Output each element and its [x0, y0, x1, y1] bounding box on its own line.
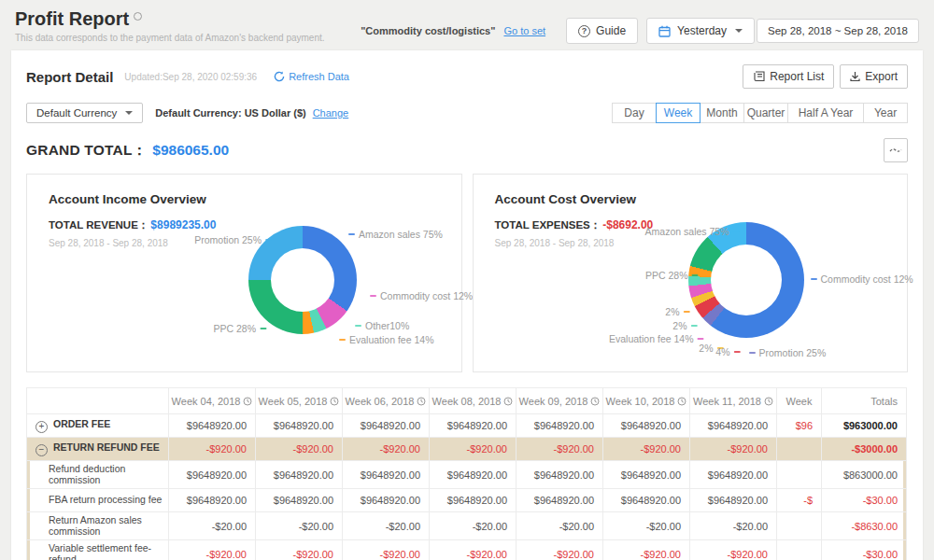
- report-list-icon: [753, 71, 765, 82]
- week-value-cell: -$20.00: [690, 512, 777, 540]
- help-icon[interactable]: [134, 12, 142, 21]
- label-tick: [749, 352, 756, 354]
- refresh-icon: [274, 71, 285, 82]
- clock-icon: [677, 397, 686, 406]
- label-tick: [684, 311, 690, 313]
- label-tick: [355, 325, 361, 327]
- clock-icon: [764, 397, 773, 406]
- chart-label: 2%: [672, 320, 697, 331]
- row-name: Return Amazon sales commission: [49, 514, 142, 537]
- report-list-button[interactable]: Report List: [743, 64, 834, 89]
- date-range[interactable]: Sep 28, 2018 ~ Sep 28, 2018: [757, 19, 919, 43]
- row-name: FBA return processing fee: [49, 494, 162, 505]
- chart-label: 4%: [715, 346, 740, 357]
- week-value-cell: -$20.00: [169, 512, 256, 540]
- table-row: +ORDER FEE$9648920.00$9648920.00$9648920…: [27, 414, 907, 438]
- tab-week[interactable]: Week: [656, 103, 700, 123]
- total-cell: -$30.00: [822, 540, 907, 560]
- week-value-cell: $9648920.00: [430, 489, 517, 512]
- week-value-cell: $9648920.00: [256, 414, 343, 438]
- column-header: Week: [777, 388, 822, 414]
- income-card-title: Account Income Overview: [49, 192, 461, 206]
- column-header: Week 08, 2018: [430, 388, 517, 414]
- chart-label: 2%: [665, 306, 689, 317]
- table-row: −RETURN REFUND FEE-$920.00-$920.00-$920.…: [27, 438, 907, 461]
- column-header: Week 04, 2018: [169, 388, 256, 414]
- account-income-card: Account Income Overview TOTAL REVENUE：$8…: [26, 174, 462, 372]
- label-tick: [260, 328, 266, 329]
- download-icon: [850, 71, 860, 82]
- expand-icon[interactable]: +: [35, 421, 48, 433]
- currency-info: Default Currency: US Dollar ($): [155, 107, 305, 119]
- chart-label: Commodity cost 12%: [811, 273, 913, 285]
- donut-chart[interactable]: [688, 222, 804, 338]
- total-cell: -$30.00: [822, 489, 907, 512]
- tab-half-a-year[interactable]: Half A Year: [787, 103, 864, 123]
- total-cell: -$3000.00: [822, 438, 907, 461]
- label-tick: [339, 339, 346, 341]
- clock-icon: [590, 397, 600, 406]
- period-dropdown[interactable]: Yesterday: [646, 18, 755, 44]
- toggle-trend-button[interactable]: [884, 138, 908, 162]
- refresh-data-button[interactable]: Refresh Data: [274, 71, 349, 82]
- currency-dropdown[interactable]: Default Currency: [26, 103, 143, 123]
- updated-timestamp: Updated:Sep 28, 2020 02:59:36: [124, 72, 257, 82]
- page-title: Profit Report: [15, 8, 129, 30]
- week-value-cell: $9648920.00: [517, 489, 603, 512]
- total-cell: -$8630.00: [822, 512, 907, 540]
- chart-label: Other10%: [355, 320, 409, 331]
- tab-day[interactable]: Day: [612, 103, 657, 123]
- question-icon: ?: [578, 25, 590, 37]
- week-value-cell: -$920.00: [603, 438, 690, 461]
- label-tick: [370, 295, 376, 297]
- week-value-cell: $9648920.00: [603, 414, 690, 438]
- chart-label: Promotion 25%: [749, 347, 827, 358]
- clock-icon: [417, 397, 426, 406]
- clock-icon: [503, 397, 513, 406]
- week-value-cell: $9648920.00: [517, 461, 603, 489]
- column-header: Week 11, 2018: [690, 388, 777, 414]
- label-tick: [811, 278, 817, 280]
- week-value-cell: -$920.00: [690, 540, 777, 560]
- week-value-cell: $9648920.00: [256, 461, 343, 489]
- week-value-cell: -$920.00: [430, 540, 517, 560]
- account-cost-card: Account Cost Overview TOTAL EXPENSES：-$8…: [473, 174, 909, 372]
- partial-week-cell: [777, 438, 822, 461]
- week-value-cell: -$20.00: [603, 512, 690, 540]
- chart-label: PPC 28%: [645, 270, 699, 281]
- chart-label: Promotion 25%: [194, 234, 272, 245]
- collapse-icon[interactable]: −: [35, 444, 48, 456]
- week-value-cell: $9648920.00: [343, 489, 430, 512]
- week-value-cell: $9648920.00: [430, 461, 517, 489]
- chevron-down-icon: [125, 111, 133, 115]
- tab-month[interactable]: Month: [700, 103, 744, 123]
- row-name: Variable settlement fee-refund: [49, 542, 151, 560]
- week-value-cell: -$920.00: [603, 540, 690, 560]
- week-value-cell: -$920.00: [169, 438, 256, 461]
- fee-table: Week 04, 2018Week 05, 2018Week 06, 2018W…: [26, 387, 907, 560]
- clock-icon: [243, 397, 252, 406]
- tab-quarter[interactable]: Quarter: [743, 103, 788, 123]
- week-value-cell: $9648920.00: [690, 489, 777, 512]
- label-tick: [692, 274, 699, 276]
- report-detail-title: Report Detail: [26, 69, 113, 85]
- row-name: Refund deduction commission: [49, 463, 125, 485]
- period-tabs: DayWeekMonthQuarterHalf A YearYear: [612, 103, 908, 123]
- guide-button[interactable]: ? Guide: [566, 18, 638, 44]
- week-value-cell: -$20.00: [256, 512, 343, 540]
- go-to-set-link[interactable]: Go to set: [503, 25, 545, 36]
- table-row: Variable settlement fee-refund-$920.00-$…: [27, 540, 907, 560]
- export-button[interactable]: Export: [840, 64, 908, 89]
- tab-year[interactable]: Year: [863, 103, 908, 123]
- chevron-down-icon: [735, 29, 743, 33]
- table-row: Return Amazon sales commission-$20.00-$2…: [27, 512, 907, 540]
- week-value-cell: $9648920.00: [603, 489, 690, 512]
- total-cell: $963000.00: [822, 414, 907, 438]
- chart-label: Evaluation fee 14%: [339, 334, 433, 345]
- week-value-cell: $9648920.00: [256, 489, 343, 512]
- change-currency-link[interactable]: Change: [313, 107, 349, 119]
- column-header: Week 09, 2018: [517, 388, 603, 414]
- label-tick: [265, 239, 272, 241]
- partial-week-cell: $96: [777, 414, 822, 438]
- week-value-cell: -$920.00: [517, 540, 603, 560]
